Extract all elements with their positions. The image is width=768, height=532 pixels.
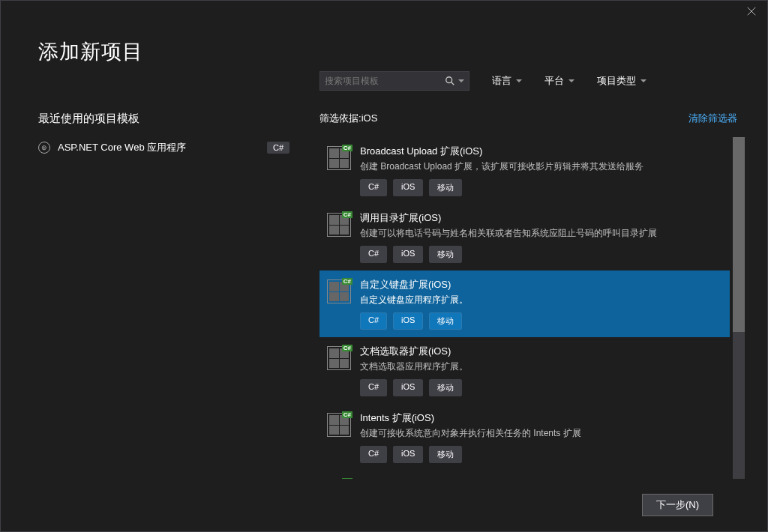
template-tag: iOS <box>393 379 423 396</box>
template-title: Broadcast Upload 扩展(iOS) <box>360 145 722 158</box>
template-tag: C# <box>360 312 387 330</box>
template-tag: iOS <box>393 312 423 330</box>
template-item[interactable]: C# Intents 扩展(iOS) 创建可接收系统意向对象并执行相关任务的 I… <box>320 404 730 471</box>
template-tag: iOS <box>393 179 423 196</box>
dialog-title: 添加新项目 <box>38 38 745 65</box>
web-icon: ⊕ <box>38 142 50 154</box>
scrollbar-track[interactable] <box>733 137 745 479</box>
search-icon <box>445 76 455 86</box>
search-box[interactable] <box>320 71 470 91</box>
recent-item-name: ASP.NET Core Web 应用程序 <box>58 141 186 154</box>
template-title: 调用目录扩展(iOS) <box>360 211 722 225</box>
template-tag: 移动 <box>429 446 462 463</box>
filter-project-type-label: 项目类型 <box>597 74 636 88</box>
template-tags: C#iOS移动 <box>360 312 722 330</box>
template-tag: 移动 <box>429 246 462 263</box>
filter-platform[interactable]: 平台 <box>544 74 574 88</box>
template-icon: C# <box>327 413 351 437</box>
svg-point-2 <box>446 77 452 83</box>
templates-panel: 筛选依据:iOS 清除筛选器 C# Broadcast Upload 扩展(iO… <box>320 112 745 479</box>
template-icon: C# <box>327 213 351 237</box>
clear-filter-link[interactable]: 清除筛选器 <box>688 112 737 125</box>
template-tag: 移动 <box>429 312 462 330</box>
template-desc: 文档选取器应用程序扩展。 <box>360 360 722 373</box>
template-tag: C# <box>360 246 387 263</box>
template-tags: C#iOS移动 <box>360 246 722 263</box>
template-tag: 移动 <box>429 379 462 396</box>
recent-templates-panel: 最近使用的项目模板 ⊕ ASP.NET Core Web 应用程序 C# <box>38 112 320 479</box>
template-tag: C# <box>360 179 387 196</box>
template-desc: 自定义键盘应用程序扩展。 <box>360 293 722 306</box>
template-desc: 创建可以将电话号码与姓名相关联或者告知系统应阻止号码的呼叫目录扩展 <box>360 226 722 240</box>
template-item[interactable]: C# Broadcast Upload 扩展(iOS) 创建 Broadcast… <box>320 137 730 204</box>
template-desc: 创建可接收系统意向对象并执行相关任务的 Intents 扩展 <box>360 426 722 440</box>
close-icon[interactable] <box>746 6 758 18</box>
next-button[interactable]: 下一步(N) <box>642 494 713 516</box>
template-tag: 移动 <box>429 179 462 196</box>
filter-platform-label: 平台 <box>544 74 564 88</box>
template-desc: 创建 Broadcast Upload 扩展，该扩展可接收影片剪辑并将其发送给服… <box>360 160 722 173</box>
chevron-down-icon <box>568 79 574 82</box>
template-tags: C#iOS移动 <box>360 179 722 196</box>
template-tags: C#iOS移动 <box>360 379 722 396</box>
toolbar: 语言 平台 项目类型 <box>38 71 745 91</box>
chevron-down-icon <box>516 79 522 82</box>
template-title: 自定义键盘扩展(iOS) <box>360 278 722 291</box>
template-tags: C#iOS移动 <box>360 446 722 463</box>
template-item[interactable]: C# 自定义键盘扩展(iOS) 自定义键盘应用程序扩展。 C#iOS移动 <box>320 270 730 337</box>
scrollbar-thumb[interactable] <box>733 137 745 332</box>
template-item[interactable]: C# Intents UI 扩展(iOS) 创建允许在成功处理意向后自定义 Si… <box>320 471 730 479</box>
template-item[interactable]: C# 调用目录扩展(iOS) 创建可以将电话号码与姓名相关联或者告知系统应阻止号… <box>320 204 730 270</box>
recent-item[interactable]: ⊕ ASP.NET Core Web 应用程序 C# <box>38 139 320 156</box>
template-tag: iOS <box>393 246 423 263</box>
template-item[interactable]: C# 文档选取器扩展(iOS) 文档选取器应用程序扩展。 C#iOS移动 <box>320 337 730 404</box>
dialog-window: 添加新项目 语言 平台 项目类型 <box>0 0 768 532</box>
footer: 下一步(N) <box>38 479 745 531</box>
chevron-down-icon <box>640 79 646 82</box>
template-tag: C# <box>360 446 387 463</box>
filter-project-type[interactable]: 项目类型 <box>597 74 646 88</box>
template-title: Intents 扩展(iOS) <box>360 411 722 425</box>
chevron-down-icon[interactable] <box>458 79 464 82</box>
template-tag: C# <box>360 379 387 396</box>
titlebar <box>1 1 767 23</box>
recent-item-lang: C# <box>267 142 290 154</box>
template-icon: C# <box>327 146 351 170</box>
svg-line-3 <box>452 82 454 85</box>
filter-language[interactable]: 语言 <box>492 74 522 88</box>
search-input[interactable] <box>325 76 445 86</box>
template-title: 文档选取器扩展(iOS) <box>360 345 722 358</box>
template-title: Intents UI 扩展(iOS) <box>360 478 722 479</box>
template-icon: C# <box>327 346 351 370</box>
recent-title: 最近使用的项目模板 <box>38 112 320 126</box>
template-icon: C# <box>327 279 351 303</box>
filter-summary: 筛选依据:iOS <box>320 112 377 125</box>
template-tag: iOS <box>393 446 423 463</box>
filter-language-label: 语言 <box>492 74 512 88</box>
